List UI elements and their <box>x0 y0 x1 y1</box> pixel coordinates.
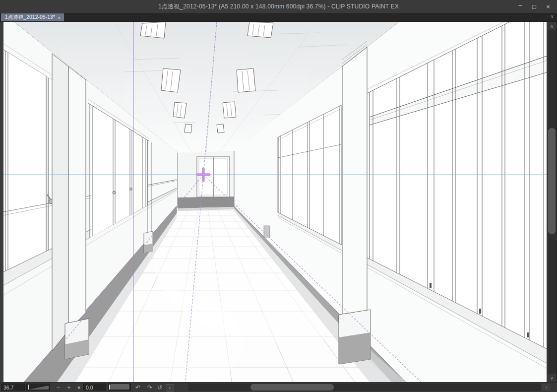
document-tab-bar: 1点透視_2012-05-13* ● ∨ <box>0 13 557 22</box>
horizontal-scrollbar[interactable] <box>188 384 541 391</box>
window-title: 1点透視_2012-05-13* (A5 210.00 x 148.00mm 6… <box>158 2 399 11</box>
maximize-button[interactable]: □ <box>528 1 540 12</box>
scroll-right-icon[interactable]: › <box>542 384 551 391</box>
window-controls: – □ × <box>514 0 554 13</box>
scroll-up-icon[interactable]: ∧ <box>548 22 556 30</box>
collapse-toolbar-button[interactable]: ‹ <box>166 384 174 392</box>
rotation-slider-ramp <box>110 386 129 390</box>
zoom-out-button[interactable]: − <box>54 383 62 392</box>
document-tab[interactable]: 1点透視_2012-05-13* ● <box>1 13 64 21</box>
end-window <box>197 157 230 197</box>
zoom-slider[interactable] <box>26 384 50 391</box>
drawing-canvas[interactable] <box>0 22 548 382</box>
canvas-viewport[interactable] <box>0 22 548 382</box>
end-wall-band <box>178 196 234 208</box>
left-pillar <box>52 54 89 359</box>
close-button[interactable]: × <box>542 1 554 12</box>
clip-studio-paint-window: 1点透視_2012-05-13* (A5 210.00 x 148.00mm 6… <box>0 0 557 392</box>
zoom-value-field[interactable]: 36.7 <box>1 384 25 391</box>
rotation-slider[interactable] <box>108 384 131 391</box>
rotate-ccw-button[interactable]: ↶ <box>133 383 143 392</box>
zoom-slider-ramp <box>29 386 49 390</box>
rotation-value-field[interactable]: 0.0 <box>83 384 106 391</box>
minimize-button[interactable]: – <box>514 1 526 12</box>
vertical-scrollbar-thumb[interactable] <box>548 128 556 234</box>
document-tab-label: 1点透視_2012-05-13* <box>5 14 55 21</box>
zoom-slider-handle[interactable] <box>28 385 29 390</box>
title-bar: 1点透視_2012-05-13* (A5 210.00 x 148.00mm 6… <box>0 0 557 13</box>
hallway-end-wall <box>178 151 234 211</box>
zoom-actual-size-button[interactable]: ■ <box>75 383 82 392</box>
vertical-scrollbar[interactable]: ∧ ∨ <box>548 22 556 382</box>
rotation-slider-handle[interactable] <box>109 385 110 390</box>
tab-list-chevron-icon[interactable]: ∨ <box>551 13 554 19</box>
zoom-in-button[interactable]: + <box>64 383 73 392</box>
scroll-down-icon[interactable]: ∨ <box>548 374 556 382</box>
reset-rotation-icon[interactable]: ↺ <box>156 383 164 392</box>
rotate-cw-button[interactable]: ↷ <box>145 383 155 392</box>
status-bar: 36.7 − + ■ 0.0 ↶ ↷ ↺ ‹ › <box>0 382 557 392</box>
modified-indicator-icon: ● <box>58 16 60 19</box>
horizontal-scrollbar-thumb[interactable] <box>250 384 334 391</box>
right-pillar <box>339 41 371 364</box>
